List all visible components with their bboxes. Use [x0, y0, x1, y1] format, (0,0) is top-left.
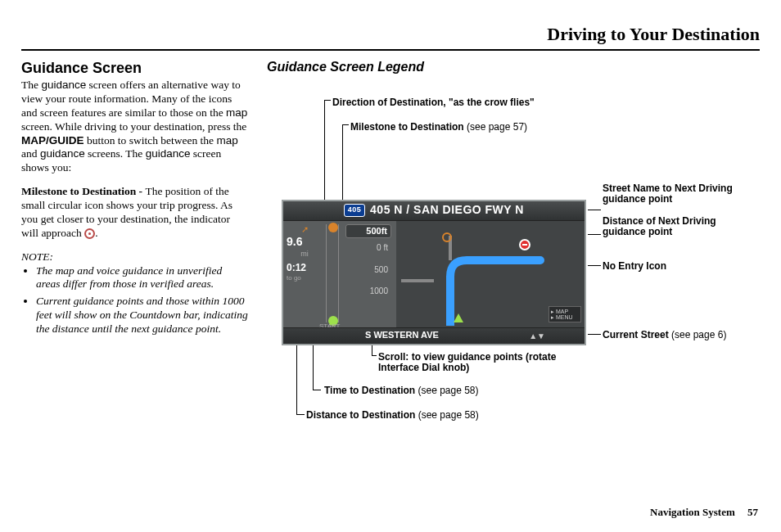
street-top-text: 405 N / SAN DIEGO FWY N: [370, 203, 524, 218]
t: button to switch between the: [84, 134, 217, 147]
word-map: map: [216, 134, 237, 147]
leader-line: [324, 100, 331, 101]
time-label: to go: [287, 274, 323, 282]
destination-dot-icon: [328, 223, 338, 232]
right-column: Guidance Screen Legend Direction of Dest…: [267, 59, 760, 340]
countdown-tick: 500: [345, 265, 391, 276]
ref: (see page 57): [464, 121, 527, 133]
distance-value: 9.6: [287, 235, 323, 250]
map-btn-line: ▸ MAP: [551, 309, 579, 314]
leader-line: [588, 334, 601, 335]
countdown-tick: 1000: [345, 286, 391, 297]
callout-no-entry: No Entry Icon: [603, 260, 666, 273]
left-info-panel: ➚ 9.6 mi 0:12 to go: [287, 224, 323, 283]
no-entry-icon: [519, 239, 530, 250]
word-map: map: [226, 106, 247, 119]
countdown-box: 500ft: [345, 224, 391, 239]
page-header: Driving to Your Destination: [21, 23, 760, 51]
street-name-bar: 405 405 N / SAN DIEGO FWY N: [283, 201, 585, 221]
ref: (see page 58): [415, 385, 478, 396]
callout-scroll: Scroll: to view guidance points (rotate …: [378, 352, 567, 375]
callout-distance: Distance to Destination (see page 58): [306, 409, 479, 422]
interstate-shield-icon: 405: [344, 204, 365, 217]
callout-current-street: Current Street (see page 6): [603, 329, 726, 341]
section-heading: Guidance Screen: [21, 59, 249, 78]
page-footer: Navigation System 57: [650, 506, 758, 519]
nav-screen: 405 405 N / SAN DIEGO FWY N ➚ 9.6 mi 0:1…: [282, 200, 586, 345]
note-item: Current guidance points and those within…: [36, 295, 249, 336]
leader-line: [372, 355, 377, 356]
map-menu-button[interactable]: ▸ MAP ▸ MENU: [549, 306, 581, 322]
page-number: 57: [747, 506, 758, 518]
distance-unit: mi: [287, 250, 323, 259]
label: Milestone to Destination: [350, 121, 464, 133]
milestone-label: Milestone to Destination -: [21, 185, 145, 197]
intro-paragraph: The guidance screen offers an alternativ…: [21, 79, 249, 175]
direction-arrow-icon: ➚: [301, 224, 309, 234]
label: Distance to Destination: [306, 409, 415, 421]
callout-distance-next: Distance of Next Driving guidance point: [603, 216, 742, 239]
time-value: 0:12: [287, 262, 323, 274]
leader-line: [372, 344, 372, 355]
guidance-screen-figure: 405 405 N / SAN DIEGO FWY N ➚ 9.6 mi 0:1…: [282, 200, 586, 345]
callout-milestone: Milestone to Destination (see page 57): [350, 121, 527, 133]
leader-line: [296, 414, 305, 415]
callout-direction: Direction of Destination, "as the crow f…: [332, 97, 535, 109]
t: screen. While driving to your destinatio…: [21, 120, 246, 133]
destination-circle-icon: [84, 228, 95, 239]
current-street-text: S WESTERN AVE: [365, 330, 439, 341]
t: and: [21, 147, 40, 160]
destination-marker-icon: [442, 232, 452, 242]
word-guidance: guidance: [146, 147, 191, 160]
vehicle-position-icon: [454, 313, 463, 322]
label: Time to Destination: [324, 385, 415, 396]
word-guidance: guidance: [40, 147, 85, 160]
footer-label: Navigation System: [650, 506, 735, 518]
menu-btn-line: ▸ MENU: [551, 314, 579, 320]
leader-line: [588, 234, 601, 235]
map-guide-button-name: MAP/GUIDE: [21, 134, 84, 147]
milestone-bar: [326, 224, 339, 322]
note-item: The map and voice guidance in unverified…: [36, 264, 249, 292]
countdown-bar: 500ft 0 ft 500 1000: [345, 224, 391, 297]
callout-time: Time to Destination (see page 58): [324, 385, 479, 397]
note-label: NOTE:: [21, 250, 249, 264]
t: screens. The: [85, 147, 146, 160]
leader-line: [324, 100, 325, 214]
scroll-arrows-icon: ▲▼: [529, 331, 545, 342]
content-columns: Guidance Screen The guidance screen offe…: [21, 59, 760, 340]
leader-line: [313, 390, 321, 390]
label: Current Street: [603, 329, 669, 340]
legend-title: Guidance Screen Legend: [267, 59, 760, 75]
notes-list: The map and voice guidance in unverified…: [21, 264, 249, 336]
t: .: [95, 227, 97, 239]
current-street-bar: S WESTERN AVE ▲▼: [283, 327, 585, 344]
countdown-tick: 0 ft: [345, 243, 391, 254]
left-column: Guidance Screen The guidance screen offe…: [21, 59, 249, 340]
callout-street-name: Street Name to Next Driving guidance poi…: [603, 183, 734, 206]
milestone-paragraph: Milestone to Destination - The position …: [21, 185, 249, 241]
ref: (see page 58): [415, 409, 478, 421]
ref: (see page 6): [669, 329, 727, 340]
route-line: [401, 236, 565, 326]
word-guidance: guidance: [41, 79, 86, 91]
leader-line: [588, 210, 601, 210]
leader-line: [588, 265, 601, 266]
leader-line: [342, 124, 349, 125]
t: The: [21, 79, 41, 91]
